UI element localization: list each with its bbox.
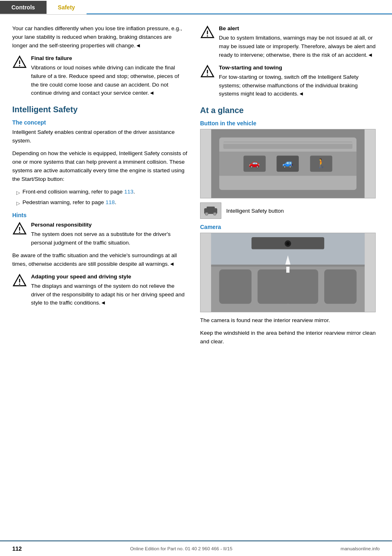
svg-rect-36 [286, 269, 318, 304]
warning-alert-text: Be alert Due to system limitations, warn… [219, 24, 376, 60]
warning-personal-body: The system does not serve as a substitut… [31, 231, 171, 246]
arrow-marker-1: ▷ [16, 189, 20, 197]
page-number: 112 [12, 545, 22, 552]
concept-list: ▷ Front-end collision warning, refer to … [16, 188, 188, 207]
link-page-118[interactable]: 118 [105, 199, 115, 205]
camera-heading: Camera [200, 224, 376, 230]
right-column: Be alert Due to system limitations, warn… [200, 24, 376, 350]
svg-point-2 [19, 65, 20, 66]
warning-alert-body: Due to system limitations, warnings may … [219, 35, 376, 58]
warning-adapting-body: The displays and warnings of the system … [31, 283, 185, 306]
left-column: Your car handles differently when you lo… [12, 24, 188, 350]
svg-point-8 [19, 283, 20, 285]
svg-rect-37 [324, 269, 356, 304]
intelligent-safety-heading: Intelligent Safety [12, 105, 188, 114]
svg-rect-25 [223, 142, 352, 144]
warning-final-tire-failure: Final tire failure Vibrations or loud no… [12, 54, 188, 98]
warning-triangle-icon-2 [12, 222, 27, 236]
svg-rect-34 [219, 269, 252, 304]
list-item-frontal-text: Front-end collision warning, refer to pa… [22, 188, 135, 197]
warning-final-tire-text: Final tire failure Vibrations or loud no… [31, 54, 188, 98]
warning-tow-body: For tow-starting or towing, switch off t… [219, 74, 359, 97]
warning-final-tire-title: Final tire failure [31, 54, 188, 63]
warning-personal-title: Personal responsibility [31, 221, 188, 229]
svg-text:🚶: 🚶 [316, 158, 327, 169]
warning-adapting-text: Adapting your speed and driving style Th… [31, 273, 188, 308]
svg-point-11 [207, 36, 208, 37]
warning-triangle-icon-3 [12, 274, 27, 288]
footer-right-text: manualsonline.info [341, 546, 380, 551]
warning-tow-title: Tow-starting and towing [219, 64, 376, 72]
warning-be-alert: Be alert Due to system limitations, warn… [200, 24, 376, 60]
svg-text:🚙: 🚙 [283, 158, 294, 169]
warning-personal-text: Personal responsibility The system does … [31, 221, 188, 247]
warning-adapting-speed: Adapting your speed and driving style Th… [12, 273, 188, 308]
arrow-marker-2: ▷ [16, 200, 20, 207]
svg-point-14 [207, 74, 208, 76]
link-page-113[interactable]: 113 [124, 189, 134, 195]
intro-paragraph: Your car handles differently when you lo… [12, 24, 188, 50]
concept-para2: Depending on how the vehicle is equipped… [12, 149, 188, 184]
hints-para1: Be aware of the traffic situation and th… [12, 251, 188, 269]
isb-icon-box [200, 202, 221, 219]
warning-adapting-title: Adapting your speed and driving style [31, 273, 188, 281]
list-item-pedestrian: ▷ Pedestrian warning, refer to page 118. [16, 198, 188, 207]
footer-center-text: Online Edition for Part no. 01 40 2 960 … [130, 546, 232, 551]
warning-tow-text: Tow-starting and towing For tow-starting… [219, 64, 376, 99]
tab-controls[interactable]: Controls [0, 1, 47, 14]
main-content: Your car handles differently when you lo… [0, 15, 392, 367]
button-vehicle-image: 🚗 🚙 🚶 [200, 129, 376, 198]
warning-triangle-icon-5 [200, 64, 215, 79]
hints-subheading: Hints [12, 212, 188, 218]
camera-para1: The camera is found near the interior re… [200, 316, 376, 325]
svg-point-5 [19, 232, 20, 233]
camera-para2: Keep the windshield in the area behind t… [200, 329, 376, 346]
svg-point-41 [286, 242, 290, 245]
at-glance-heading: At a glance [200, 106, 376, 115]
page-footer: 112 Online Edition for Part no. 01 40 2 … [0, 540, 392, 556]
isb-row: Intelligent Safety button [200, 202, 376, 219]
warning-triangle-icon-4 [200, 25, 215, 40]
warning-triangle-icon-1 [12, 55, 27, 70]
warning-personal-responsibility: Personal responsibility The system does … [12, 221, 188, 247]
isb-label: Intelligent Safety button [226, 208, 284, 214]
svg-rect-44 [211, 265, 365, 267]
warning-tow-starting: Tow-starting and towing For tow-starting… [200, 64, 376, 99]
header-line [87, 13, 392, 14]
list-item-pedestrian-text: Pedestrian warning, refer to page 118. [22, 198, 116, 207]
warning-alert-title: Be alert [219, 24, 376, 33]
camera-vehicle-image [200, 233, 376, 312]
list-item-frontal: ▷ Front-end collision warning, refer to … [16, 188, 188, 197]
svg-rect-28 [207, 207, 215, 211]
svg-point-31 [206, 213, 207, 215]
svg-point-32 [214, 213, 216, 215]
svg-rect-35 [258, 269, 290, 304]
concept-subheading: The concept [12, 119, 188, 126]
svg-text:🚗: 🚗 [249, 158, 260, 169]
tab-safety[interactable]: Safety [47, 1, 87, 14]
page-header: Controls Safety [0, 0, 392, 15]
warning-final-tire-body: Vibrations or loud noises while driving … [31, 64, 179, 96]
button-vehicle-heading: Button in the vehicle [200, 120, 376, 127]
concept-para1: Intelligent Safety enables central opera… [12, 128, 188, 145]
